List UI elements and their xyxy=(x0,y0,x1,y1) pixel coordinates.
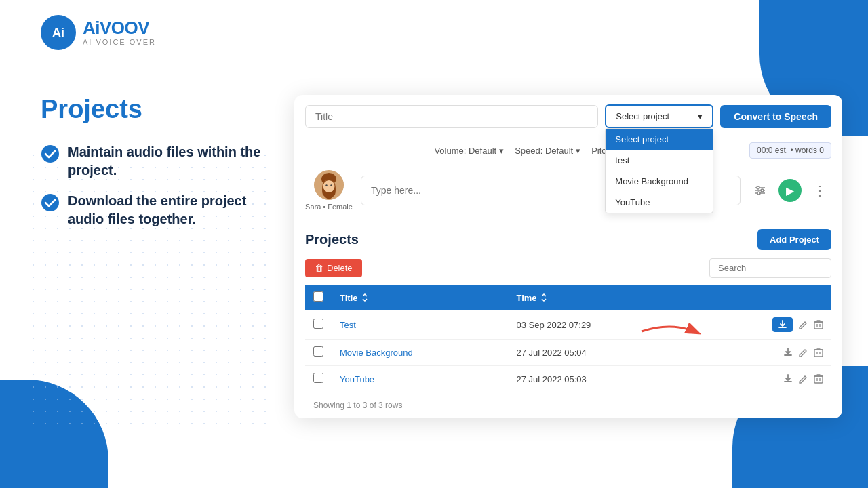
logo-text: AiVOOV Ai Voice Over xyxy=(83,19,156,46)
projects-section-title: Projects xyxy=(305,232,359,247)
time-column-header[interactable]: Time xyxy=(508,285,688,310)
voice-avatar: Sara • Female xyxy=(305,170,353,211)
logo-subtitle: Ai Voice Over xyxy=(83,38,156,46)
download-button-row-2[interactable] xyxy=(783,348,793,357)
edit-button-row-1[interactable] xyxy=(798,320,808,330)
svg-point-7 xyxy=(323,180,335,192)
row-3-checkbox-cell xyxy=(305,366,332,392)
row-1-checkbox[interactable] xyxy=(313,319,323,329)
time-badge: 00:0 est. • words 0 xyxy=(749,142,831,159)
project-dropdown-menu: Select project test Movie Background You… xyxy=(605,128,713,214)
project-link-youtube[interactable]: YouTube xyxy=(340,374,374,384)
row-3-title: YouTube xyxy=(332,366,508,392)
delete-button-row-2[interactable] xyxy=(814,348,823,357)
convert-to-speech-button[interactable]: Convert to Speech xyxy=(720,105,831,128)
trash-icon: 🗑 xyxy=(315,263,323,273)
dropdown-item-select-project[interactable]: Select project xyxy=(606,129,713,150)
main-card: Select project ▾ Select project test Mov… xyxy=(294,95,842,418)
left-panel: Projects Maintain audio files within the… xyxy=(41,95,285,228)
projects-header: Projects Add Project xyxy=(305,229,831,250)
header: Ai AiVOOV Ai Voice Over xyxy=(41,15,156,50)
volume-control[interactable]: Volume: Default ▾ xyxy=(434,146,504,156)
feature-item-1: Maintain audio files within the project. xyxy=(41,143,285,180)
svg-point-1 xyxy=(41,194,59,211)
dropdown-item-youtube[interactable]: YouTube xyxy=(606,192,713,213)
select-project-wrapper: Select project ▾ Select project test Mov… xyxy=(605,104,713,128)
dropdown-item-test[interactable]: test xyxy=(606,150,713,171)
voice-bar: Volume: Default ▾ Speed: Default ▾ Pitch… xyxy=(294,138,842,163)
svg-point-14 xyxy=(761,189,764,192)
check-icon-1 xyxy=(41,144,60,166)
row-3-time: 27 Jul 2022 05:03 xyxy=(508,366,688,392)
add-project-button[interactable]: Add Project xyxy=(757,229,831,250)
row-3-checkbox[interactable] xyxy=(313,373,323,383)
table-row: YouTube 27 Jul 2022 05:03 xyxy=(305,366,831,392)
title-column-header[interactable]: Title xyxy=(332,285,508,310)
edit-button-row-3[interactable] xyxy=(798,374,808,384)
edit-button-row-2[interactable] xyxy=(798,348,808,358)
row-1-action-buttons xyxy=(696,317,823,332)
search-input[interactable] xyxy=(709,258,831,278)
table-footer: Showing 1 to 3 of 3 rows xyxy=(305,392,831,418)
logo-voov: VOOV xyxy=(100,18,149,38)
projects-table: Title Time xyxy=(305,285,831,392)
feature-text-1: Maintain audio files within the project. xyxy=(68,143,285,180)
download-button-row-3[interactable] xyxy=(783,374,793,384)
avatar-image xyxy=(314,170,344,200)
select-all-checkbox[interactable] xyxy=(313,291,323,302)
projects-section: Projects Add Project 🗑 Delete Title xyxy=(294,218,842,418)
delete-button[interactable]: 🗑 Delete xyxy=(305,259,362,277)
svg-point-15 xyxy=(757,192,760,195)
logo-ai: Ai xyxy=(83,18,100,38)
row-2-action-buttons xyxy=(696,348,823,358)
chevron-down-icon: ▾ xyxy=(576,146,580,156)
select-all-header xyxy=(305,285,332,310)
check-icon-2 xyxy=(41,193,60,215)
row-2-checkbox-cell xyxy=(305,340,332,366)
play-icon: ▶ xyxy=(786,184,794,197)
svg-rect-23 xyxy=(814,376,823,383)
project-link-movie-background[interactable]: Movie Background xyxy=(340,348,413,358)
svg-point-9 xyxy=(330,184,332,186)
project-link-test[interactable]: Test xyxy=(340,320,356,330)
row-3-actions xyxy=(688,366,831,392)
title-input[interactable] xyxy=(305,105,598,128)
row-2-actions xyxy=(688,340,831,366)
row-1-title: Test xyxy=(332,310,508,340)
filter-icon-btn[interactable] xyxy=(749,179,772,202)
table-row: Movie Background 27 Jul 2022 05:04 xyxy=(305,340,831,366)
dropdown-item-movie-background[interactable]: Movie Background xyxy=(606,171,713,192)
table-toolbar: 🗑 Delete xyxy=(305,258,831,278)
svg-rect-17 xyxy=(814,322,823,329)
feature-item-2: Download the entire project audio files … xyxy=(41,192,285,228)
feature-list: Maintain audio files within the project.… xyxy=(41,143,285,228)
row-1-checkbox-cell xyxy=(305,310,332,340)
table-row: Test 03 Sep 2022 07:29 xyxy=(305,310,831,340)
projects-table-body: Test 03 Sep 2022 07:29 xyxy=(305,310,831,392)
chevron-down-icon: ▾ xyxy=(698,111,703,121)
more-options-button[interactable]: ⋮ xyxy=(808,179,831,202)
svg-rect-20 xyxy=(814,350,823,357)
voice-label: Sara • Female xyxy=(305,203,353,211)
svg-point-13 xyxy=(757,186,760,189)
row-2-title: Movie Background xyxy=(332,340,508,366)
table-header-row: Title Time xyxy=(305,285,831,310)
svg-point-8 xyxy=(326,184,327,186)
page-title: Projects xyxy=(41,95,285,124)
feature-text-2: Download the entire project audio files … xyxy=(68,192,285,228)
text-area-row: Sara • Female ▶ ⋮ xyxy=(294,163,842,218)
download-button-row-1[interactable] xyxy=(772,317,793,332)
delete-button-row-1[interactable] xyxy=(814,320,823,329)
more-icon: ⋮ xyxy=(813,182,827,199)
row-2-checkbox[interactable] xyxy=(313,346,323,357)
play-button[interactable]: ▶ xyxy=(778,179,802,202)
svg-point-0 xyxy=(41,145,59,163)
row-1-actions xyxy=(688,310,831,340)
action-icons: ▶ ⋮ xyxy=(749,179,831,202)
delete-button-row-3[interactable] xyxy=(814,374,823,384)
logo-title: AiVOOV xyxy=(83,19,156,37)
select-project-button[interactable]: Select project ▾ xyxy=(605,104,713,128)
logo-icon: Ai xyxy=(41,15,76,50)
row-3-action-buttons xyxy=(696,374,823,384)
speed-control[interactable]: Speed: Default ▾ xyxy=(515,146,580,156)
